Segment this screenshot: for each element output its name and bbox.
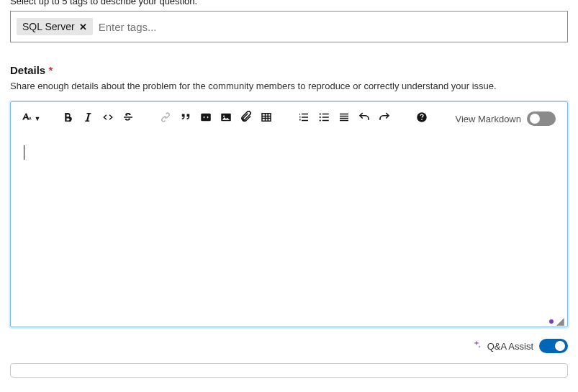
bold-button[interactable] xyxy=(60,111,76,127)
qa-assist-toggle[interactable] xyxy=(539,339,568,353)
image-button[interactable] xyxy=(218,111,234,127)
table-button[interactable] xyxy=(258,111,274,127)
tags-input-box[interactable]: SQL Server ✕ xyxy=(10,11,568,42)
ordered-list-button[interactable] xyxy=(296,111,312,127)
editor-toolbar: ▼ xyxy=(11,102,567,132)
view-markdown-toggle[interactable] xyxy=(527,111,556,126)
required-asterisk: * xyxy=(48,64,53,76)
next-section-box xyxy=(10,363,568,378)
paragraph-button[interactable] xyxy=(336,111,352,127)
resize-grip-icon: ◢ xyxy=(556,318,564,324)
sparkle-icon xyxy=(471,339,482,352)
quote-icon xyxy=(179,111,192,127)
details-hint: Share enough details about the problem f… xyxy=(10,81,568,91)
table-icon xyxy=(260,111,273,127)
chevron-down-icon: ▼ xyxy=(35,115,41,122)
tags-text-input[interactable] xyxy=(99,21,561,33)
link-button[interactable] xyxy=(158,111,173,127)
svg-point-10 xyxy=(320,119,321,121)
help-icon xyxy=(415,111,428,127)
svg-point-9 xyxy=(320,117,321,118)
editor-textarea[interactable] xyxy=(11,132,567,327)
details-label: Details * xyxy=(10,64,568,76)
svg-rect-0 xyxy=(201,114,211,122)
details-editor: ▼ xyxy=(10,101,568,327)
qa-assist-label: Q&A Assist xyxy=(487,341,533,352)
font-size-icon xyxy=(20,111,33,127)
undo-button[interactable] xyxy=(356,111,372,127)
qa-assist-row: Q&A Assist xyxy=(10,339,568,353)
italic-icon xyxy=(81,111,94,127)
ordered-list-icon xyxy=(297,111,310,127)
editor-resize-handle[interactable]: ◢ xyxy=(549,318,564,324)
tags-hint-cutoff: Select up to 5 tags to describe your que… xyxy=(10,0,568,6)
text-cursor xyxy=(24,145,24,160)
tag-remove-icon[interactable]: ✕ xyxy=(79,22,87,32)
strikethrough-icon xyxy=(122,111,135,127)
italic-button[interactable] xyxy=(80,111,96,127)
code-block-button[interactable] xyxy=(198,111,214,127)
svg-point-2 xyxy=(223,115,225,117)
code-brackets-icon xyxy=(101,111,114,127)
svg-point-8 xyxy=(320,113,321,114)
attachment-button[interactable] xyxy=(238,111,254,127)
undo-icon xyxy=(358,111,371,127)
paragraph-icon xyxy=(338,111,351,127)
bold-icon xyxy=(61,111,74,127)
code-block-icon xyxy=(199,111,212,127)
quote-button[interactable] xyxy=(178,111,194,127)
tag-chip-label: SQL Server xyxy=(22,21,75,32)
toggle-knob xyxy=(530,114,540,124)
svg-rect-3 xyxy=(262,114,271,122)
unordered-list-button[interactable] xyxy=(316,111,332,127)
attachment-icon xyxy=(240,111,253,127)
redo-icon xyxy=(378,111,391,127)
code-inline-button[interactable] xyxy=(100,111,116,127)
details-label-text: Details xyxy=(10,64,45,76)
view-markdown-label: View Markdown xyxy=(455,114,521,124)
resize-indicator-dot xyxy=(549,319,554,324)
image-icon xyxy=(220,111,232,127)
font-size-button[interactable]: ▼ xyxy=(22,111,38,127)
tag-chip-sqlserver: SQL Server ✕ xyxy=(17,18,93,35)
link-icon xyxy=(159,111,172,127)
strikethrough-button[interactable] xyxy=(120,111,136,127)
unordered-list-icon xyxy=(317,111,330,127)
toggle-knob xyxy=(555,341,565,351)
redo-button[interactable] xyxy=(376,111,392,127)
help-button[interactable] xyxy=(414,111,430,127)
